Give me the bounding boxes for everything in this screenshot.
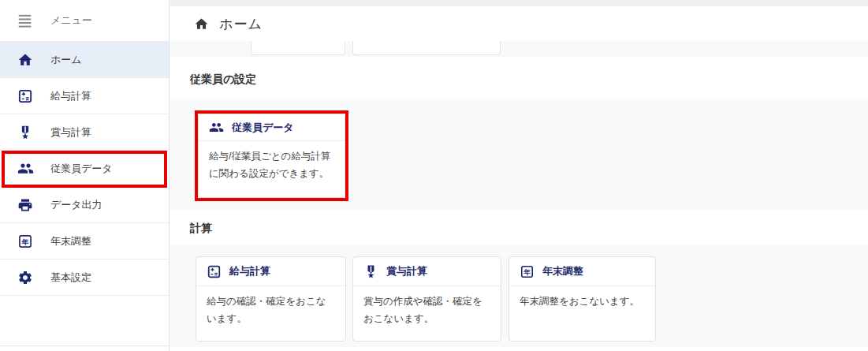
- card-payroll[interactable]: 給与計算 給与の確認・確定をおこないます。: [196, 256, 346, 342]
- menu-icon: [17, 12, 34, 29]
- home-icon: [194, 17, 209, 32]
- gear-icon: [17, 269, 34, 286]
- svg-text:年: 年: [20, 237, 28, 245]
- sidebar-item-label: データ出力: [50, 198, 102, 212]
- calculator-icon: [17, 88, 34, 105]
- calculator-icon: [207, 264, 222, 279]
- section-band-partial: [170, 41, 868, 57]
- card-header: 従業員データ: [199, 114, 345, 141]
- card-employee-data[interactable]: 従業員データ 給与/従業員ごとの給与計算に関わる設定ができます。: [198, 114, 345, 198]
- card-header: 賞与計算: [353, 257, 501, 286]
- partial-card[interactable]: [251, 41, 345, 55]
- card-title: 賞与計算: [386, 264, 427, 278]
- people-icon: [209, 120, 224, 135]
- card-description: 給与/従業員ごとの給与計算に関わる設定ができます。: [199, 141, 345, 182]
- app-window: メニュー ホーム 給与計算: [0, 0, 868, 351]
- medal-icon: [17, 124, 34, 141]
- sidebar-item-label: ホーム: [50, 53, 82, 67]
- card-description: 賞与の作成や確認・確定をおこないます。: [353, 286, 501, 327]
- year-icon: 年: [520, 264, 535, 279]
- sidebar-item-home[interactable]: ホーム: [0, 42, 169, 78]
- people-icon: [17, 160, 34, 177]
- sidebar-item-data-output[interactable]: データ出力: [0, 187, 169, 223]
- card-description: 年末調整をおこないます。: [509, 286, 655, 311]
- sidebar-menu-toggle[interactable]: メニュー: [0, 0, 169, 42]
- svg-text:年: 年: [523, 267, 531, 275]
- card-year-end-adjustment[interactable]: 年 年末調整 年末調整をおこないます。: [509, 256, 656, 342]
- sidebar-item-employee-data[interactable]: 従業員データ: [0, 151, 169, 187]
- sidebar-item-basic-settings[interactable]: 基本設定: [0, 260, 169, 296]
- card-description: 給与の確認・確定をおこないます。: [196, 286, 345, 327]
- medal-icon: [363, 264, 378, 279]
- page-title: ホーム: [219, 15, 263, 33]
- year-icon: 年: [17, 233, 34, 250]
- printer-icon: [17, 196, 34, 214]
- card-header: 年 年末調整: [509, 257, 655, 286]
- sidebar-divider: [0, 345, 169, 346]
- sidebar-item-label: 給与計算: [50, 89, 91, 103]
- sidebar-item-label: メニュー: [50, 13, 92, 28]
- partial-card[interactable]: [352, 41, 501, 55]
- card-title: 年末調整: [542, 264, 583, 278]
- top-strip: [170, 0, 868, 6]
- sidebar-item-label: 賞与計算: [50, 125, 91, 140]
- page-header: ホーム: [170, 6, 868, 41]
- sidebar-item-year-end-adjustment[interactable]: 年 年末調整: [0, 223, 169, 260]
- card-bonus[interactable]: 賞与計算 賞与の作成や確認・確定をおこないます。: [352, 256, 501, 342]
- section-title-employee-settings: 従業員の設定: [190, 73, 256, 87]
- section-title-calculation: 計算: [190, 222, 212, 236]
- sidebar-item-payroll[interactable]: 給与計算: [0, 78, 169, 114]
- sidebar-item-bonus[interactable]: 賞与計算: [0, 114, 169, 151]
- main-content: ホーム 従業員の設定 従業員データ 給与/従業員ごとの給与計算に関わる設定ができ…: [170, 0, 868, 351]
- sidebar-item-label: 基本設定: [50, 271, 91, 285]
- sidebar: メニュー ホーム 給与計算: [0, 0, 170, 351]
- card-title: 給与計算: [229, 264, 270, 278]
- home-icon: [17, 51, 34, 69]
- sidebar-item-label: 従業員データ: [50, 162, 113, 176]
- card-header: 給与計算: [196, 257, 345, 286]
- sidebar-item-label: 年末調整: [50, 234, 91, 248]
- card-title: 従業員データ: [232, 121, 294, 135]
